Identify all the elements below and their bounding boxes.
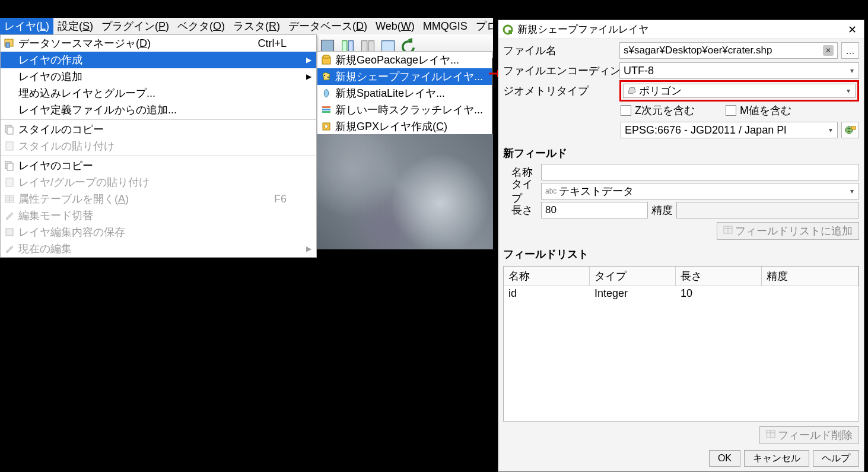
qgis-icon	[502, 24, 514, 36]
svg-rect-25	[322, 111, 330, 113]
scratch-layer-icon	[320, 103, 333, 116]
svg-rect-9	[7, 127, 13, 134]
ok-button[interactable]: OK	[709, 450, 740, 467]
menuitem-add-layer[interactable]: レイヤの追加 ▶	[1, 68, 316, 85]
filename-label: ファイル名	[503, 43, 616, 58]
submenu-new-spatialite[interactable]: 新規SpatiaLiteレイヤ...	[317, 85, 492, 102]
field-length-input[interactable]	[541, 202, 648, 218]
col-header-precision[interactable]: 精度	[762, 267, 859, 286]
chevron-right-icon: ▶	[306, 72, 311, 81]
menuitem-save-edits: レイヤ編集内容の保存	[1, 224, 316, 240]
z-dimension-label: Z次元を含む	[635, 103, 695, 118]
add-field-icon	[723, 225, 733, 237]
new-field-section-label: 新フィールド	[503, 146, 859, 160]
gpx-icon	[320, 120, 333, 133]
chevron-right-icon: ▶	[306, 245, 311, 253]
menuitem-toggle-edit: 編集モード切替	[1, 207, 316, 224]
menuitem-paste-layer: レイヤ/グループの貼り付け	[1, 174, 316, 191]
svg-rect-4	[368, 41, 374, 52]
encoding-select[interactable]: UTF-8	[619, 62, 859, 79]
filename-input[interactable]: s¥sagar¥Desktop¥oer¥crater.shp ✕	[619, 42, 838, 59]
col-header-type[interactable]: タイプ	[590, 267, 676, 286]
cancel-button[interactable]: キャンセル	[744, 450, 809, 467]
copy-icon	[3, 123, 16, 136]
menuitem-embed-layer[interactable]: 埋め込みレイヤとグループ...	[1, 85, 316, 102]
chevron-right-icon: ▶	[306, 56, 311, 64]
close-button[interactable]: ✕	[840, 20, 864, 39]
copy-icon	[3, 159, 16, 172]
paste-icon	[3, 140, 16, 153]
save-icon	[3, 226, 16, 239]
remove-field-icon	[766, 429, 775, 442]
map-canvas[interactable]	[317, 134, 493, 249]
table-icon	[3, 192, 16, 205]
svg-rect-24	[322, 109, 330, 110]
menuitem-copy-style[interactable]: スタイルのコピー	[1, 121, 316, 138]
dialog-title: 新規シェープファイルレイヤ	[517, 23, 840, 36]
menu-plugins[interactable]: プラグイン(P)	[97, 18, 173, 34]
add-to-field-list-button[interactable]: フィールドリストに追加	[717, 222, 859, 240]
menu-settings[interactable]: 設定(S)	[53, 18, 97, 34]
menu-layer[interactable]: レイヤ(L)	[0, 18, 53, 34]
svg-rect-2	[348, 41, 353, 52]
col-header-length[interactable]: 長さ	[676, 267, 762, 286]
menu-mmqgis[interactable]: MMQGIS	[419, 19, 472, 34]
svg-point-27	[325, 125, 328, 128]
col-header-name[interactable]: 名称	[504, 267, 590, 286]
field-type-label: タイプ	[511, 177, 538, 205]
geometry-type-select[interactable]: ポリゴン	[623, 84, 856, 98]
menu-processing[interactable]: プロ	[472, 18, 501, 34]
svg-rect-10	[6, 142, 13, 150]
submenu-new-gpx[interactable]: 新規GPXレイヤ作成(C)	[317, 118, 492, 135]
pencil-icon	[3, 242, 16, 255]
svg-point-21	[324, 75, 325, 76]
m-value-checkbox[interactable]	[726, 105, 736, 116]
field-precision-input[interactable]	[676, 202, 859, 218]
field-list-row[interactable]: id Integer 10	[504, 286, 859, 301]
menu-database[interactable]: データベース(D)	[284, 18, 371, 34]
crs-select[interactable]: EPSG:6676 - JGD2011 / Japan Pl	[621, 122, 838, 138]
z-dimension-checkbox[interactable]	[621, 105, 631, 116]
clear-icon[interactable]: ✕	[823, 45, 834, 56]
browse-button[interactable]: …	[841, 42, 859, 59]
field-type-select[interactable]: abc テキストデータ	[541, 183, 859, 199]
submenu-new-geopackage[interactable]: 新規GeoPackageレイヤ...	[317, 52, 492, 68]
menuitem-copy-layer[interactable]: レイヤのコピー	[1, 157, 316, 174]
svg-rect-20	[323, 55, 329, 58]
spatialite-icon	[320, 87, 333, 100]
menuitem-open-attr-table: 属性テーブルを開く(A) F6	[1, 191, 316, 207]
field-list-section-label: フィールドリスト	[503, 247, 859, 261]
layer-dropdown: データソースマネージャ(D) Ctrl+L レイヤの作成 ▶ レイヤの追加 ▶ …	[0, 34, 317, 258]
svg-rect-5	[382, 41, 395, 52]
crs-picker-button[interactable]	[841, 122, 859, 138]
menuitem-paste-style: スタイルの貼り付け	[1, 138, 316, 154]
menu-raster[interactable]: ラスタ(R)	[229, 18, 284, 34]
create-layer-submenu: 新規GeoPackageレイヤ... 新規シェープファイルレイヤ... 新規Sp…	[317, 51, 492, 135]
paste-icon	[3, 176, 16, 189]
svg-rect-1	[342, 41, 347, 52]
svg-rect-30	[508, 30, 512, 34]
svg-rect-34	[851, 126, 856, 129]
menubar: レイヤ(L) 設定(S) プラグイン(P) ベクタ(O) ラスタ(R) データベ…	[0, 18, 493, 34]
help-button[interactable]: ヘルプ	[813, 450, 859, 467]
menuitem-current-edits: 現在の編集 ▶	[1, 240, 316, 257]
menuitem-data-source-manager[interactable]: データソースマネージャ(D) Ctrl+L	[1, 35, 316, 52]
submenu-new-shapefile[interactable]: 新規シェープファイルレイヤ...	[317, 68, 492, 85]
submenu-new-scratch[interactable]: 新しい一時スクラッチレイヤ...	[317, 102, 492, 118]
menu-vector[interactable]: ベクタ(O)	[173, 18, 229, 34]
svg-rect-12	[7, 163, 13, 170]
svg-rect-18	[6, 229, 13, 236]
menu-web[interactable]: Web(W)	[371, 19, 419, 34]
svg-rect-13	[6, 178, 13, 186]
geopackage-icon	[320, 53, 333, 66]
remove-field-button[interactable]: フィールド削除	[759, 426, 859, 444]
pencil-icon	[3, 209, 16, 222]
field-name-input[interactable]	[541, 164, 859, 180]
svg-rect-23	[322, 106, 330, 108]
dialog-titlebar[interactable]: 新規シェープファイルレイヤ ✕	[498, 20, 864, 39]
svg-rect-7	[6, 43, 9, 47]
menuitem-create-layer[interactable]: レイヤの作成 ▶	[1, 52, 316, 68]
database-icon	[3, 37, 16, 50]
menuitem-add-def-file[interactable]: レイヤ定義ファイルからの追加...	[1, 102, 316, 118]
field-list-table[interactable]: 名称 タイプ 長さ 精度 id Integer 10	[503, 266, 859, 422]
